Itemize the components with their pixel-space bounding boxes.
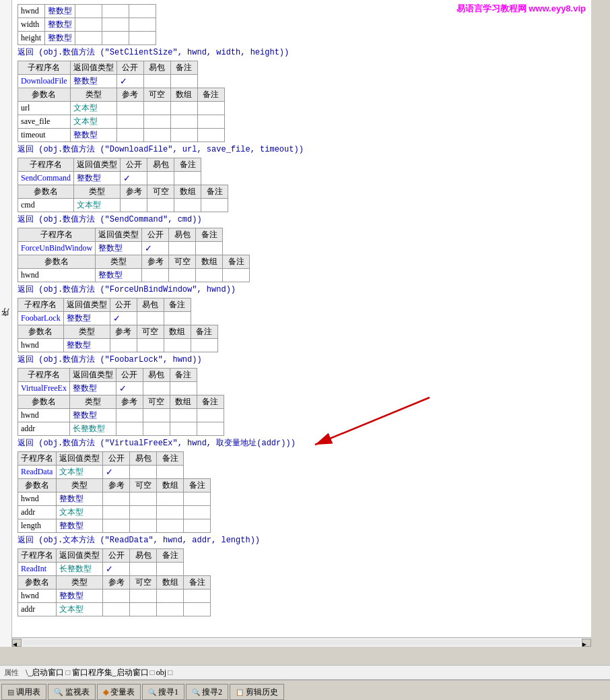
th: 参考 [103,576,130,590]
breadcrumb-item-startup[interactable]: \_启动窗口 [26,667,64,678]
th: 类型 [96,255,142,269]
cell [184,603,211,616]
cell: hwnd [18,5,45,18]
cell: ✓ [103,466,130,479]
cell [197,115,224,129]
th: 返回值类型 [74,158,121,172]
section-virtualfreeex: 子程序名返回值类型公开易包备注 VirtualFreeEx整数型✓ 参数名类型参… [18,368,586,449]
tab-search1[interactable]: 🔍 搜寻1 [142,684,184,700]
cell [201,199,228,212]
scroll-left-button[interactable]: ◂ [12,639,22,647]
tab-clip-icon: 📋 [236,689,244,696]
cell [130,492,157,506]
cell [170,102,197,115]
th: 参数名 [18,255,96,269]
th: 数组 [170,88,197,102]
th: 参数名 [18,185,74,199]
th: 返回值类型 [63,298,110,312]
cell [197,409,224,422]
th: 易包 [130,549,157,563]
return-forceunbindwindow: 返回 (obj.数值方法 ("ForceUnBindWindow", hwnd)… [18,284,586,295]
cell [75,18,102,32]
watermark: 易语言学习教程网 www.eyy8.vip [456,3,586,15]
th: 类型 [70,88,116,102]
cell [184,506,211,519]
th: 易包 [169,228,196,242]
th: 易包 [143,61,170,75]
th: 备注 [170,61,197,75]
th: 公开 [110,298,137,312]
bottom-bar: 属性 \_启动窗口 □ 窗口程序集_启动窗口 □ obj □ ▤ 调用表 🔍 监… [0,665,610,700]
cell: 整数型 [45,5,75,18]
cell [143,129,170,142]
th: 子程序名 [18,298,64,312]
cell [130,466,157,479]
cell [143,115,170,129]
th: 备注 [164,298,191,312]
cell [116,409,143,422]
tab-monitor-icon: 🔍 [54,688,63,697]
th: 数组 [164,325,191,339]
cell [130,603,157,616]
th: 公开 [116,369,143,382]
cell: 整数型 [45,18,75,32]
cell [196,242,223,255]
breadcrumb-item-obj[interactable]: obj [156,668,166,678]
cell [116,129,143,142]
cell: ✓ [142,242,169,255]
tab-call-table[interactable]: ▤ 调用表 [1,684,46,700]
th: 数组 [170,395,197,409]
cell [147,172,174,185]
cell: 整数型 [57,590,103,603]
th: 返回值类型 [96,228,142,242]
th: 参考 [121,185,147,199]
cell [129,18,156,32]
th: 备注 [197,395,224,409]
cell: ReadInt [18,563,57,576]
cell [130,519,157,533]
cell: FoobarLock [18,312,64,325]
th: 类型 [57,479,103,492]
sidebar: 序 [0,0,12,647]
cell: ✓ [116,75,143,88]
cell: 整数型 [69,382,116,395]
cell [164,339,191,352]
th: 参考 [142,255,169,269]
cell [116,422,143,436]
cell [130,563,157,576]
th: 返回值类型 [57,549,103,563]
th: 参数名 [18,479,57,492]
cell [147,199,174,212]
tab-variables[interactable]: ◈ 变量表 [97,684,141,700]
cell [129,5,156,18]
cell: 整数型 [70,75,116,88]
scroll-right-button[interactable]: ▸ [582,639,591,647]
cell: ForceUnBindWindow [18,242,96,255]
th: 子程序名 [18,228,96,242]
cell: save_file [18,115,71,129]
th: 备注 [184,576,211,590]
th: 可空 [130,479,157,492]
cell [157,519,184,533]
tab-clip-history[interactable]: 📋 剪辑历史 [230,684,284,700]
cell: addr [18,603,57,616]
cell: 长整数型 [57,563,103,576]
th: 子程序名 [18,61,71,75]
cell [143,422,170,436]
tab-monitor[interactable]: 🔍 监视表 [48,684,96,700]
th: 备注 [201,185,228,199]
section-readdata: 子程序名返回值类型公开易包备注 ReadData文本型✓ 参数名类型参考可空数组… [18,451,586,546]
th: 备注 [157,452,184,466]
scrollbar-track[interactable] [23,640,580,645]
breadcrumb-item-programs[interactable]: 窗口程序集_启动窗口 [72,667,149,678]
table-sendcommand: 子程序名返回值类型公开易包备注 SendCommand整数型✓ 参数名类型参考可… [18,158,228,212]
cell [130,590,157,603]
th: 备注 [174,158,201,172]
cell: 长整数型 [69,422,116,436]
cell [103,603,130,616]
th: 备注 [197,88,224,102]
th: 备注 [223,255,250,269]
tab-search2[interactable]: 🔍 搜寻2 [186,684,228,700]
cell [143,102,170,115]
th: 参考 [110,325,137,339]
